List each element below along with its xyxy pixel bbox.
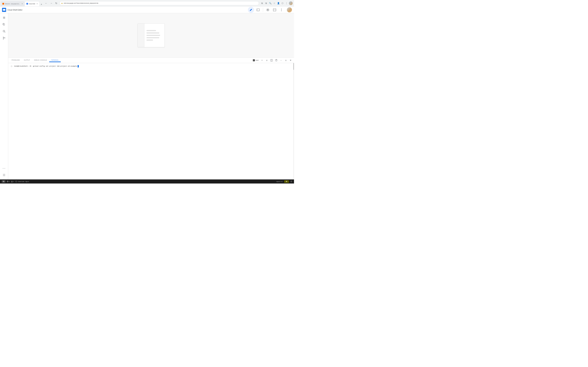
layout-indicator[interactable]: Layout: U.S. [276,181,283,182]
tab-debug-console[interactable]: DEBUG CONSOLE [32,58,49,62]
status-bar: 0 0 Cloud Code - Sign in Layout: U.S. [0,179,294,184]
bell-icon [290,180,292,183]
errors-indicator[interactable]: 0 [7,181,10,182]
terminal-content[interactable]: luke@cloudshell :~$ gcloud config set pr… [8,63,294,179]
svg-point-8 [281,8,282,9]
search-icon [3,30,6,33]
layout-button[interactable] [272,7,277,13]
terminal-icon: >_ [257,8,260,11]
preview-button[interactable] [265,7,270,13]
more-options-button[interactable] [279,7,284,13]
preview-icon [266,8,269,11]
editor-line-1 [147,30,156,31]
reload-button[interactable]: ↻ [54,1,58,5]
extensions-icon[interactable]: ⬡ [281,1,284,5]
header-actions: >_ [248,7,292,13]
tab-favicon-welcome [2,3,4,5]
tab-close-cloudshell[interactable]: ✕ [37,3,38,5]
svg-point-19 [3,39,4,39]
editor-area [8,13,294,58]
terminal-scrollbar-thumb[interactable] [293,63,294,70]
profile-icon[interactable]: 👤 [277,1,280,5]
tab-label-welcome: Welcome – lab-project-id-e... [5,3,20,4]
logo-icon: >_ [2,8,6,12]
sidebar-item-search[interactable] [1,28,7,34]
terminal-prompt-user: luke@cloudshell [14,65,28,67]
app-logo: >_ Cloud Shell Editor [2,8,22,12]
tab-problems[interactable]: PROBLEMS [9,58,22,62]
trash-icon [275,59,277,61]
address-text: shell.cloud.google.com/?show=ide&environ… [64,2,98,4]
remote-icon [3,181,4,182]
more-icon [281,8,282,11]
new-terminal-button[interactable]: + [260,58,264,62]
tab-close-welcome[interactable]: ✕ [22,3,23,5]
keyboard-layout-button[interactable] [284,180,289,183]
tab-welcome[interactable]: Welcome – lab-project-id-e... ✕ [1,1,25,6]
browser-chrome: Welcome – lab-project-id-e... ✕ Cloud Sh… [0,0,294,7]
user-avatar[interactable] [287,7,292,12]
split-terminal-button[interactable] [269,58,274,62]
svg-point-5 [267,9,268,10]
svg-point-21 [4,175,5,175]
terminal-command-text: gcloud config set project lab-project-id… [33,65,77,67]
split-icon [270,59,273,61]
terminal-dropdown-button[interactable]: ∨ [265,58,269,62]
svg-point-9 [281,9,282,10]
editor-line-4 [147,37,159,38]
svg-point-16 [3,30,5,32]
cloud-code-label: Cloud Code - Sign in [18,181,29,182]
svg-line-17 [5,32,5,33]
tab-terminal[interactable]: TERMINAL [49,58,61,62]
main-layout: ··· [0,13,294,179]
svg-point-10 [281,10,282,11]
tab-search-icon[interactable]: ⧉ [260,1,264,5]
app-header: >_ Cloud Shell Editor >_ [0,7,294,13]
terminal-line-1: luke@cloudshell :~$ gcloud config set pr… [11,65,291,67]
status-left: 0 0 Cloud Code - Sign in [2,180,29,183]
sidebar-item-files[interactable] [1,21,7,27]
tab-cloudshell[interactable]: Cloud Shell ✕ [25,1,40,6]
panel-actions: + ∨ ··· [260,58,293,62]
sidebar-item-menu[interactable] [1,15,7,21]
more-menu-icon[interactable]: ⋮ [285,1,288,5]
panel-close-button[interactable]: ✕ [289,58,293,62]
tab-favicon-cloudshell [26,3,28,5]
cloud-shell-logo-svg: >_ [3,8,5,11]
tab-label-cloudshell: Cloud Shell [29,3,35,4]
panel-collapse-button[interactable]: ∧ [284,58,288,62]
panel: PROBLEMS OUTPUT DEBUG CONSOLE TERMINAL $… [8,58,294,179]
kill-terminal-button[interactable] [274,58,278,62]
bash-shell-icon: $_ [253,59,255,61]
remote-connection-button[interactable] [2,180,5,183]
address-bar[interactable]: 🔒 shell.cloud.google.com/?show=ide&envir… [59,1,259,5]
sidebar-item-git[interactable] [1,35,7,41]
new-tab-button[interactable]: + [40,2,43,6]
zoom-icon[interactable]: 🔍 [268,1,272,5]
open-terminal-button[interactable]: >_ [255,7,261,13]
terminal-cursor [78,65,79,67]
sidebar: ··· [0,13,8,179]
cloud-code-signin[interactable]: Cloud Code - Sign in [15,181,29,182]
svg-rect-15 [3,24,5,25]
svg-point-18 [3,37,4,38]
layout-icon [273,8,276,11]
status-right: Layout: U.S. [276,180,292,183]
warnings-indicator[interactable]: 0 [11,181,14,182]
sidebar-item-more[interactable]: ··· [1,165,7,171]
edit-button[interactable] [248,7,254,13]
extension-icon[interactable]: ⧉ [264,1,268,5]
terminal-prompt-dot [11,66,12,67]
terminal-scrollbar-track[interactable] [293,63,294,179]
profile-avatar[interactable] [289,1,293,5]
back-button[interactable]: ← [44,1,48,5]
tab-output[interactable]: OUTPUT [22,58,32,62]
sidebar-item-settings[interactable] [1,172,7,178]
app-title: Cloud Shell Editor [8,9,22,11]
notifications-button[interactable] [290,180,292,183]
forward-button[interactable]: → [49,1,53,5]
more-panel-actions-button[interactable]: ··· [279,58,283,62]
hamburger-menu-icon [3,16,5,19]
editor-gutter [138,24,144,47]
bookmark-icon[interactable]: ☆ [273,1,276,5]
